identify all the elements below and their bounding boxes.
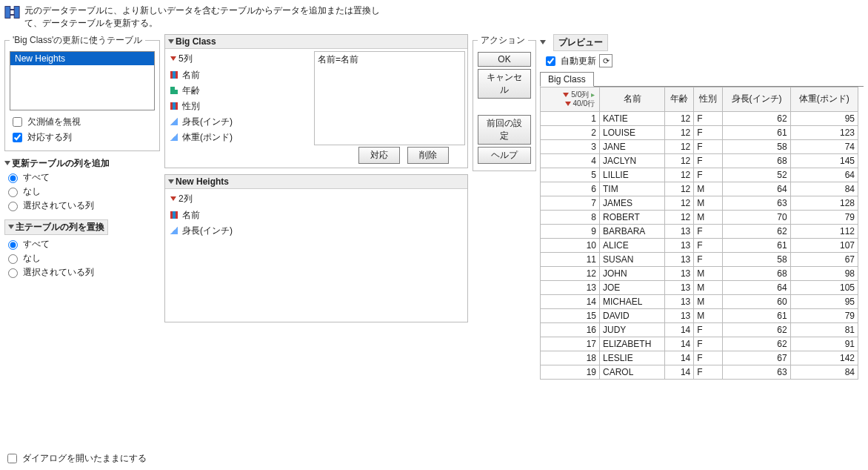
column-header[interactable]: 体重(ポンド) bbox=[790, 87, 858, 111]
table-row[interactable]: 17ELIZABETH14F6291 bbox=[541, 337, 858, 351]
table-row[interactable]: 10ALICE13F61107 bbox=[541, 238, 858, 252]
tab-big-class[interactable]: Big Class bbox=[540, 72, 594, 87]
cell-age: 14 bbox=[665, 337, 694, 351]
cell-height: 68 bbox=[723, 266, 790, 280]
column-label: 身長(インチ) bbox=[182, 116, 233, 128]
table-row[interactable]: 12JOHN13M6898 bbox=[541, 266, 858, 280]
add-cols-section[interactable]: 更新テーブルの列を追加 bbox=[4, 157, 160, 170]
cell-name: MICHAEL bbox=[600, 294, 665, 308]
column-item[interactable]: 身長(インチ) bbox=[167, 223, 465, 239]
column-item[interactable]: 身長(インチ) bbox=[167, 114, 311, 130]
hotspot-icon[interactable] bbox=[563, 93, 569, 97]
cell-age: 13 bbox=[665, 308, 694, 322]
update-tables-group: 'Big Class'の更新に使うテーブル New Heights 欠測値を無視… bbox=[4, 34, 160, 151]
auto-update-label: 自動更新 bbox=[561, 55, 596, 67]
disclosure-icon bbox=[4, 161, 10, 165]
auto-update-checkbox[interactable]: 自動更新 bbox=[543, 54, 596, 68]
table-row[interactable]: 2LOUISE12F61123 bbox=[541, 125, 858, 139]
row-index: 9 bbox=[541, 224, 600, 238]
column-header[interactable]: 性別 bbox=[694, 87, 723, 111]
column-header[interactable]: 年齢 bbox=[665, 87, 694, 111]
column-item[interactable]: 年齢 bbox=[167, 83, 311, 99]
table-row[interactable]: 11SUSAN13F5867 bbox=[541, 252, 858, 266]
cell-sex: M bbox=[694, 266, 723, 280]
column-header[interactable]: 身長(インチ) bbox=[723, 87, 790, 111]
replace-cols-section[interactable]: 主テーブルの列を置換 bbox=[4, 219, 108, 235]
cell-name: LILLIE bbox=[600, 168, 665, 182]
cell-name: TIM bbox=[600, 182, 665, 196]
row-index: 15 bbox=[541, 308, 600, 322]
column-header[interactable]: 名前 bbox=[600, 87, 665, 111]
cell-weight: 91 bbox=[790, 337, 858, 351]
add-radio-none[interactable]: なし bbox=[4, 185, 160, 198]
cell-weight: 74 bbox=[790, 139, 858, 153]
table-row[interactable]: 8ROBERT12M7079 bbox=[541, 210, 858, 224]
cols-summary: 5/0列 bbox=[571, 90, 589, 99]
update-table-item[interactable]: New Heights bbox=[10, 52, 154, 65]
col-count: 5列 bbox=[178, 53, 193, 64]
ignore-missing-checkbox[interactable]: 欠測値を無視 bbox=[10, 115, 155, 129]
cell-weight: 79 bbox=[790, 308, 858, 322]
rep-radio-all[interactable]: すべて bbox=[4, 238, 160, 251]
hotspot-icon[interactable] bbox=[170, 196, 176, 201]
rep-radio-selected[interactable]: 選択されている列 bbox=[4, 266, 160, 279]
table-row[interactable]: 7JAMES12M63128 bbox=[541, 196, 858, 210]
column-label: 性別 bbox=[182, 100, 200, 113]
table-row[interactable]: 1KATIE12F6295 bbox=[541, 111, 858, 125]
cell-name: CAROL bbox=[600, 365, 665, 379]
radio-label: なし bbox=[23, 185, 41, 198]
table-row[interactable]: 13JOE13M64105 bbox=[541, 280, 858, 294]
disclosure-icon bbox=[8, 225, 14, 229]
help-button[interactable]: ヘルプ bbox=[478, 147, 531, 164]
table-row[interactable]: 6TIM12M6484 bbox=[541, 182, 858, 196]
cell-height: 63 bbox=[723, 196, 790, 210]
update-tables-list[interactable]: New Heights bbox=[10, 51, 155, 110]
add-radio-all[interactable]: すべて bbox=[4, 171, 160, 184]
cell-name: ALICE bbox=[600, 238, 665, 252]
refresh-icon[interactable]: ⟳ bbox=[599, 54, 612, 67]
hotspot-icon[interactable] bbox=[565, 102, 571, 106]
column-item[interactable]: 名前 bbox=[167, 208, 465, 223]
table-row[interactable]: 14MICHAEL13M6095 bbox=[541, 294, 858, 308]
cell-sex: M bbox=[694, 280, 723, 294]
disclosure-icon[interactable] bbox=[540, 40, 546, 44]
table-row[interactable]: 19CAROL14F6384 bbox=[541, 365, 858, 379]
cell-height: 58 bbox=[723, 139, 790, 153]
disclosure-icon[interactable] bbox=[168, 39, 174, 44]
table-row[interactable]: 5LILLIE12F5264 bbox=[541, 168, 858, 182]
column-type-icon bbox=[170, 227, 178, 234]
delete-button[interactable]: 削除 bbox=[407, 147, 449, 164]
cell-weight: 105 bbox=[790, 280, 858, 294]
keep-open-checkbox[interactable]: ダイアログを開いたままにする bbox=[4, 451, 147, 466]
match-pane[interactable]: 名前=名前 bbox=[314, 51, 465, 145]
table-row[interactable]: 18LESLIE14F67142 bbox=[541, 351, 858, 365]
cancel-button[interactable]: キャンセル bbox=[478, 69, 531, 99]
match-cols-checkbox[interactable]: 対応する列 bbox=[10, 130, 155, 145]
cell-sex: F bbox=[694, 111, 723, 125]
table-row[interactable]: 4JACLYN12F68145 bbox=[541, 153, 858, 168]
row-index: 14 bbox=[541, 294, 600, 308]
radio-label: 選択されている列 bbox=[23, 266, 94, 279]
hotspot-icon[interactable] bbox=[170, 56, 176, 61]
add-radio-selected[interactable]: 選択されている列 bbox=[4, 199, 160, 212]
disclosure-icon[interactable] bbox=[168, 179, 174, 184]
cell-sex: F bbox=[694, 252, 723, 266]
cell-weight: 95 bbox=[790, 111, 858, 125]
cell-name: LOUISE bbox=[600, 125, 665, 139]
table-row[interactable]: 3JANE12F5874 bbox=[541, 139, 858, 153]
rep-radio-none[interactable]: なし bbox=[4, 252, 160, 265]
cell-sex: M bbox=[694, 294, 723, 308]
column-item[interactable]: 性別 bbox=[167, 99, 311, 114]
cell-weight: 142 bbox=[790, 351, 858, 365]
col-count: 2列 bbox=[178, 193, 193, 204]
recall-button[interactable]: 前回の設定 bbox=[478, 115, 531, 145]
table-row[interactable]: 9BARBARA13F62112 bbox=[541, 224, 858, 238]
table-row[interactable]: 16JUDY14F6281 bbox=[541, 322, 858, 337]
cell-weight: 84 bbox=[790, 182, 858, 196]
ok-button[interactable]: OK bbox=[478, 52, 531, 67]
table-row[interactable]: 15DAVID13M6179 bbox=[541, 308, 858, 322]
match-button[interactable]: 対応 bbox=[358, 147, 400, 164]
column-item[interactable]: 体重(ポンド) bbox=[167, 130, 311, 145]
column-item[interactable]: 名前 bbox=[167, 67, 311, 83]
cell-sex: F bbox=[694, 351, 723, 365]
